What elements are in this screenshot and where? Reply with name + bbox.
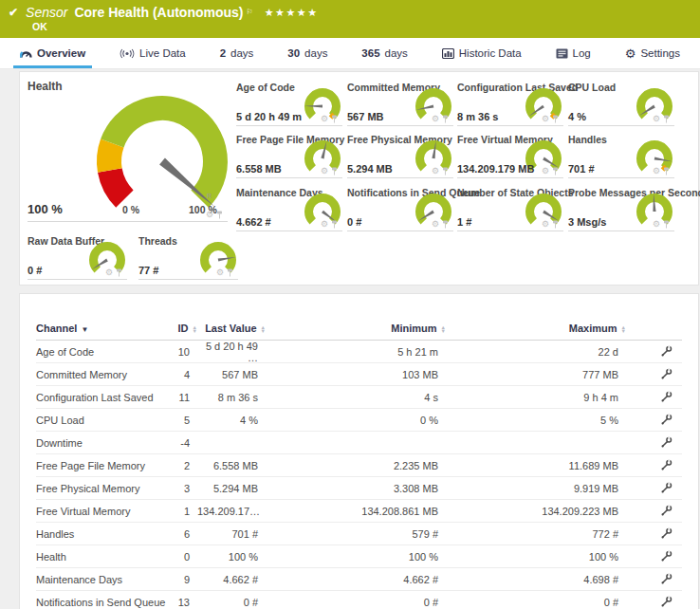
tab-overview[interactable]: Overview — [13, 38, 92, 68]
tab-365-days[interactable]: 365days — [355, 38, 414, 68]
channel-settings-icon[interactable] — [660, 345, 672, 358]
flag-icon[interactable]: ⚐ — [247, 5, 253, 20]
pin-icon[interactable] — [331, 220, 338, 229]
channel-settings-icon[interactable] — [660, 391, 672, 403]
table-row[interactable]: Free Page File Memory26.558 MB2.235 MB11… — [36, 454, 682, 477]
sort-icon: ▲▼ — [621, 325, 626, 334]
gear-icon[interactable]: ⚙ — [542, 167, 549, 175]
gear-icon[interactable]: ⚙ — [542, 220, 549, 229]
pin-icon[interactable] — [552, 220, 559, 229]
gear-icon: ⚙ — [625, 48, 636, 59]
cell-min: 579 # — [266, 528, 446, 540]
table-row[interactable]: Committed Memory4567 MB103 MB777 MB — [36, 363, 682, 386]
gauge-tile[interactable]: Committed Memory567 MB⚙ — [347, 82, 453, 126]
gauge-tile[interactable]: CPU Load4 %⚙ — [568, 82, 674, 126]
gear-icon[interactable]: ⚙ — [321, 167, 328, 175]
gauge-value: 1 # — [457, 216, 471, 228]
table-row[interactable]: Free Virtual Memory1134.209.17…134.208.8… — [36, 500, 682, 523]
gauge-tile[interactable]: Age of Code5 d 20 h 49 m⚙ — [236, 82, 342, 126]
cell-id: 11 — [169, 392, 197, 403]
priority-stars[interactable]: ★★★★★ — [265, 5, 319, 20]
table-row[interactable]: Maintenance Days94.662 #4.662 #4.698 # — [36, 568, 682, 591]
channel-settings-icon[interactable] — [660, 436, 672, 449]
channel-settings-icon[interactable] — [660, 414, 672, 426]
pin-icon[interactable] — [552, 115, 559, 123]
pin-icon[interactable] — [663, 167, 670, 175]
gauge-tile[interactable]: Handles701 #⚙ — [568, 134, 674, 178]
tab-log[interactable]: Log — [549, 38, 598, 68]
tab-settings[interactable]: ⚙Settings — [618, 38, 687, 68]
channel-settings-icon[interactable] — [660, 368, 672, 380]
column-header-last-value[interactable]: Last Value▲▼ — [197, 323, 266, 334]
gear-icon[interactable]: ⚙ — [321, 220, 328, 229]
tab-number: 2 — [220, 47, 226, 59]
gear-icon[interactable]: ⚙ — [432, 220, 439, 229]
pin-icon[interactable] — [116, 268, 122, 277]
gauge-tile[interactable]: Free Virtual Memory134.209.179 MB⚙ — [457, 134, 563, 178]
gauge-tile[interactable]: Number of State Objects1 #⚙ — [457, 187, 563, 231]
gear-icon[interactable]: ⚙ — [432, 115, 439, 123]
pin-icon[interactable] — [227, 268, 233, 277]
channel-settings-icon[interactable] — [660, 505, 672, 517]
table-row[interactable]: Health0100 %100 %100 % — [36, 545, 682, 568]
table-row[interactable]: Notifications in Send Queue130 #0 #0 # — [36, 591, 682, 609]
gauge-tile[interactable]: Threads77 #⚙ — [138, 235, 238, 280]
table-row[interactable]: Downtime-4 — [36, 432, 682, 454]
gear-icon[interactable]: ⚙ — [653, 115, 660, 123]
table-row[interactable]: Free Physical Memory35.294 MB3.308 MB9.9… — [36, 477, 682, 500]
gear-icon[interactable]: ⚙ — [542, 115, 549, 123]
column-header-channel[interactable]: Channel▼ — [36, 323, 169, 334]
gear-icon[interactable]: ⚙ — [105, 268, 113, 277]
column-header-id[interactable]: ID▲▼ — [169, 323, 197, 334]
tile-actions: ⚙ — [321, 115, 338, 123]
gauge-tile[interactable]: Configuration Last Saved8 m 36 s⚙ — [457, 82, 563, 126]
table-row[interactable]: CPU Load54 %0 %5 % — [36, 409, 682, 432]
gauge-tile[interactable]: Probe Messages per Second3 Msg/s⚙ — [568, 187, 674, 231]
gauge-value: 6.558 MB — [236, 163, 282, 175]
tab-live-data[interactable]: Live Data — [113, 38, 193, 68]
health-gauge-dial — [77, 87, 248, 225]
gauge-tile[interactable]: Raw Data Buffer0 #⚙ — [28, 235, 127, 280]
pin-icon[interactable] — [216, 211, 223, 219]
tile-actions: ⚙ — [432, 115, 449, 123]
tab-historic-data[interactable]: Historic Data — [435, 38, 528, 68]
tile-actions: ⚙ — [542, 115, 559, 123]
column-header-maximum[interactable]: Maximum▲▼ — [446, 323, 626, 334]
gauge-tile[interactable]: Maintenance Days4.662 #⚙ — [236, 187, 342, 231]
table-row[interactable]: Age of Code105 d 20 h 49 …5 h 21 m22 d — [36, 341, 682, 363]
pin-icon[interactable] — [331, 167, 338, 175]
pin-icon[interactable] — [442, 167, 449, 175]
column-header-minimum[interactable]: Minimum▲▼ — [266, 323, 446, 334]
tab-30-days[interactable]: 30days — [281, 38, 334, 68]
pin-icon[interactable] — [331, 115, 338, 123]
tab-2-days[interactable]: 2days — [213, 38, 261, 68]
pin-icon[interactable] — [442, 220, 449, 229]
gauge-tile[interactable]: Free Page File Memory6.558 MB⚙ — [236, 134, 342, 178]
gear-icon[interactable]: ⚙ — [216, 268, 224, 277]
pin-icon[interactable] — [552, 167, 559, 175]
cell-max: 100 % — [446, 551, 626, 563]
table-row[interactable]: Configuration Last Saved118 m 36 s4 s9 h… — [36, 386, 682, 409]
pin-icon[interactable] — [663, 220, 670, 229]
gear-icon[interactable]: ⚙ — [321, 115, 328, 123]
pin-icon[interactable] — [663, 115, 670, 123]
gauge-tile[interactable]: Free Physical Memory5.294 MB⚙ — [347, 134, 453, 178]
cell-min: 100 % — [266, 551, 446, 563]
gear-icon[interactable]: ⚙ — [206, 211, 213, 219]
channel-settings-icon[interactable] — [660, 550, 672, 563]
chart-icon — [442, 48, 454, 59]
gauge-tile[interactable]: Notifications in Send Queue0 #⚙ — [347, 187, 453, 231]
cell-ch: Committed Memory — [36, 369, 169, 380]
gear-icon[interactable]: ⚙ — [653, 167, 660, 175]
gear-icon[interactable]: ⚙ — [653, 220, 660, 229]
channel-settings-icon[interactable] — [660, 596, 672, 608]
channel-settings-icon[interactable] — [660, 573, 672, 585]
health-gauge-tile[interactable]: Health 0 % 100 % R 100 % ⚙ — [28, 80, 228, 222]
channel-settings-icon[interactable] — [660, 527, 672, 540]
gauge-value: 77 # — [138, 265, 158, 276]
gear-icon[interactable]: ⚙ — [432, 167, 439, 175]
channel-settings-icon[interactable] — [660, 459, 672, 471]
pin-icon[interactable] — [442, 115, 449, 123]
table-row[interactable]: Handles6701 #579 #772 # — [36, 523, 682, 545]
channel-settings-icon[interactable] — [660, 482, 672, 494]
